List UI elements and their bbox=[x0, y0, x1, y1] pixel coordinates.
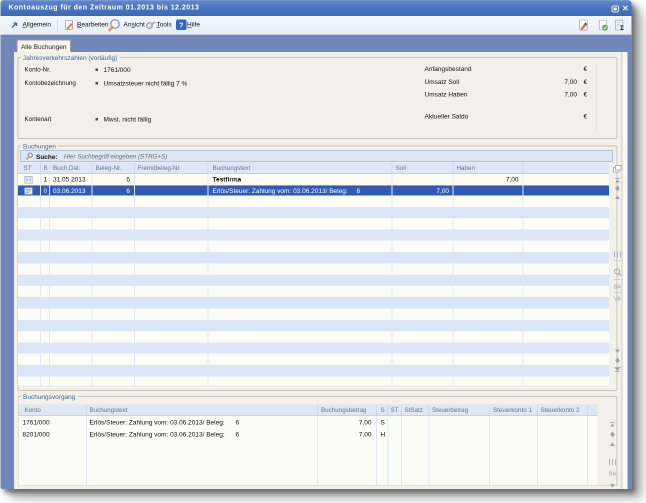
svg-text:?: ? bbox=[179, 21, 184, 30]
svg-text:Σ: Σ bbox=[620, 24, 624, 31]
